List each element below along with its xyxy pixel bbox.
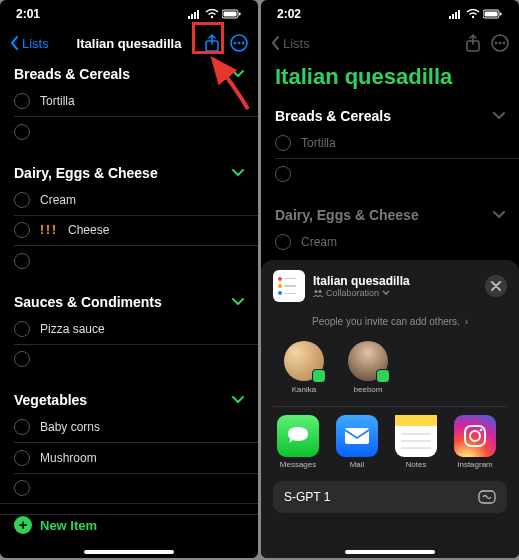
page-title: Italian quesadilla [261, 58, 519, 100]
status-indicators [188, 9, 242, 19]
radio-icon[interactable] [14, 93, 30, 109]
wifi-icon [466, 9, 480, 19]
list-item[interactable]: Pizza sauce [0, 314, 258, 344]
section-header-vegetables[interactable]: Vegetables [0, 384, 258, 412]
radio-icon[interactable] [14, 351, 30, 367]
section-header-sauces[interactable]: Sauces & Condiments [0, 286, 258, 314]
list-item-empty[interactable] [0, 246, 258, 276]
share-apps: Messages Mail Notes Instagram [273, 406, 507, 479]
avatar [348, 341, 388, 381]
ellipsis-circle-icon [230, 34, 248, 52]
status-indicators [449, 9, 503, 19]
radio-icon[interactable] [14, 253, 30, 269]
nav-title: Italian quesadilla [77, 36, 182, 51]
section-title: Dairy, Eggs & Cheese [275, 207, 419, 223]
svg-rect-19 [485, 12, 498, 17]
more-button[interactable] [230, 34, 248, 52]
svg-rect-29 [395, 415, 437, 426]
svg-rect-3 [197, 10, 199, 19]
share-contact[interactable]: beebom [343, 341, 393, 394]
add-item-label: New Item [40, 518, 97, 533]
add-item-button[interactable]: + New Item [0, 506, 111, 544]
share-app-instagram[interactable]: Instagram [452, 415, 498, 469]
radio-icon[interactable] [14, 419, 30, 435]
share-app-mail[interactable]: Mail [334, 415, 380, 469]
share-icon [204, 34, 220, 52]
back-button[interactable]: Lists [10, 36, 49, 51]
messages-badge-icon [312, 369, 326, 383]
share-button[interactable] [204, 34, 220, 52]
share-mode[interactable]: Collaboration [313, 288, 410, 298]
share-button [465, 34, 481, 52]
radio-icon[interactable] [14, 450, 30, 466]
list-item[interactable]: Cream [0, 185, 258, 215]
svg-point-17 [472, 16, 474, 18]
radio-icon[interactable] [14, 192, 30, 208]
chevron-down-icon [232, 70, 244, 78]
list-item[interactable]: Tortilla [0, 86, 258, 116]
svg-point-35 [480, 429, 483, 432]
action-label: S-GPT 1 [284, 490, 330, 504]
shortcut-icon [478, 490, 496, 504]
list-item[interactable]: Mushroom [0, 443, 258, 473]
svg-rect-0 [188, 16, 190, 19]
section-header-breads[interactable]: Breads & Cereals [0, 58, 258, 86]
share-icon [465, 34, 481, 52]
list-item-empty[interactable] [0, 473, 258, 503]
section-title: Breads & Cereals [14, 66, 130, 82]
svg-rect-16 [458, 10, 460, 19]
svg-rect-2 [194, 12, 196, 19]
svg-rect-28 [345, 428, 369, 444]
chevron-down-icon [232, 298, 244, 306]
chevron-down-icon [232, 169, 244, 177]
list-item[interactable]: Baby corns [0, 412, 258, 442]
section-header-dairy: Dairy, Eggs & Cheese [261, 199, 519, 227]
share-contacts: Kanika beebom [273, 337, 507, 406]
item-label: Pizza sauce [40, 322, 105, 336]
list-item: Tortilla [261, 128, 519, 158]
status-bar: 2:02 [261, 0, 519, 28]
notes-app-icon [395, 415, 437, 457]
radio-icon[interactable] [14, 321, 30, 337]
svg-point-11 [238, 42, 240, 44]
svg-point-23 [495, 42, 497, 44]
svg-rect-20 [500, 13, 502, 16]
share-app-notes[interactable]: Notes [393, 415, 439, 469]
radio-icon[interactable] [14, 124, 30, 140]
svg-point-4 [211, 16, 213, 18]
share-app-messages[interactable]: Messages [275, 415, 321, 469]
share-info[interactable]: People you invite can add others. › [273, 302, 507, 337]
back-label: Lists [22, 36, 49, 51]
chevron-down-icon [493, 211, 505, 219]
home-indicator[interactable] [84, 550, 174, 554]
back-button: Lists [271, 36, 310, 51]
svg-point-26 [315, 290, 318, 293]
item-label: Cream [40, 193, 76, 207]
close-icon [491, 281, 501, 291]
radio-icon[interactable] [14, 480, 30, 496]
home-indicator[interactable] [345, 550, 435, 554]
ellipsis-circle-icon [491, 34, 509, 52]
section-title: Dairy, Eggs & Cheese [14, 165, 158, 181]
list-item-empty[interactable] [0, 117, 258, 147]
people-icon [313, 289, 323, 297]
list-item-empty[interactable] [0, 344, 258, 374]
radio-icon[interactable] [14, 222, 30, 238]
share-sheet: Italian quesadilla Collaboration People … [261, 260, 519, 558]
chevron-left-icon [271, 36, 281, 50]
messages-app-icon [285, 424, 311, 448]
share-contact[interactable]: Kanika [279, 341, 329, 394]
app-label: Mail [350, 460, 365, 469]
wifi-icon [205, 9, 219, 19]
section-header-breads[interactable]: Breads & Cereals [261, 100, 519, 128]
share-action[interactable]: S-GPT 1 [273, 481, 507, 513]
svg-point-12 [242, 42, 244, 44]
section-header-dairy[interactable]: Dairy, Eggs & Cheese [0, 157, 258, 185]
list-item[interactable]: !!!Cheese [0, 215, 258, 245]
close-button[interactable] [485, 275, 507, 297]
priority-indicator: !!! [40, 223, 58, 237]
chevron-down-icon [382, 290, 390, 296]
svg-point-24 [499, 42, 501, 44]
chevron-down-icon [232, 396, 244, 404]
svg-rect-14 [452, 14, 454, 19]
